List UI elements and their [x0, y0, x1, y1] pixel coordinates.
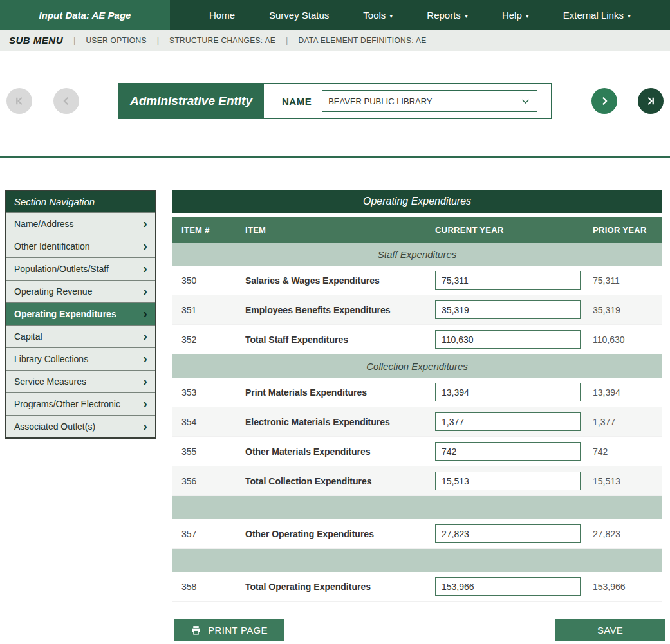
section-navigation-items: Name/Address›Other Identification›Popula…: [6, 212, 155, 437]
sub-menu-title: SUB MENU: [9, 35, 63, 46]
submenu-item-structure-changes-ae[interactable]: STRUCTURE CHANGES: AE: [169, 36, 275, 45]
print-page-label: PRINT PAGE: [208, 625, 267, 636]
current-year-input-358[interactable]: [435, 577, 581, 596]
dropdown-caret-icon: ▾: [465, 12, 468, 19]
section-navigation: Section Navigation Name/Address›Other Id…: [5, 190, 156, 439]
nav-item-home[interactable]: Home: [209, 10, 235, 21]
first-record-icon: [14, 95, 25, 107]
item-label: Other Materials Expenditures: [236, 446, 426, 457]
table-row-352: 352Total Staff Expenditures110,630: [172, 325, 662, 354]
save-label: SAVE: [597, 625, 623, 636]
nav-item-survey-status[interactable]: Survey Status: [269, 10, 329, 21]
table-row-358: 358Total Operating Expenditures153,966: [172, 572, 662, 602]
previous-record-button[interactable]: [53, 88, 79, 114]
column-current-year: CURRENT YEAR: [426, 225, 584, 235]
sidebar-item-programs-other-electronic[interactable]: Programs/Other Electronic›: [6, 392, 155, 415]
last-record-icon: [645, 95, 656, 107]
section-header-collection-expenditures: Collection Expenditures: [172, 354, 662, 378]
sidebar-item-other-identification[interactable]: Other Identification›: [6, 235, 155, 257]
entity-name-selected-value: BEAVER PUBLIC LIBRARY: [328, 97, 432, 106]
current-year-input-357[interactable]: [435, 524, 581, 543]
chevron-right-icon: ›: [143, 239, 147, 252]
item-number: 357: [172, 529, 236, 539]
sidebar-item-label: Operating Expenditures: [14, 309, 116, 319]
prior-year-value: 35,319: [584, 305, 662, 315]
current-year-input-353[interactable]: [435, 383, 581, 401]
current-year-cell: [426, 330, 584, 349]
table-row-353: 353Print Materials Expenditures13,394: [172, 378, 662, 407]
nav-item-label: Tools: [363, 10, 386, 21]
sub-menu-items: |USER OPTIONS|STRUCTURE CHANGES: AE|DATA…: [73, 35, 427, 45]
chevron-right-icon: ›: [143, 352, 147, 365]
table-row-357: 357Other Operating Expenditures27,823: [172, 519, 662, 549]
table-row-351: 351Employees Benefits Expenditures35,319: [172, 295, 662, 325]
table-body: Staff Expenditures350Salaries & Wages Ex…: [172, 243, 662, 602]
item-label: Salaries & Wages Expenditures: [236, 275, 426, 286]
sidebar-item-label: Population/Outlets/Staff: [14, 264, 109, 274]
nav-item-help[interactable]: Help▾: [502, 10, 529, 21]
operating-expenditures-panel: Operating Expenditures ITEM # ITEM CURRE…: [172, 190, 662, 602]
current-year-cell: [426, 412, 584, 431]
current-year-cell: [426, 524, 584, 543]
submenu-item-user-options[interactable]: USER OPTIONS: [86, 36, 146, 45]
submenu-item-data-element-definitions-ae[interactable]: DATA ELEMENT DEFINITIONS: AE: [298, 36, 426, 45]
item-label: Electronic Materials Expenditures: [236, 417, 426, 427]
chevron-right-icon: ›: [143, 284, 147, 297]
prior-year-value: 110,630: [584, 335, 662, 345]
current-year-cell: [426, 271, 584, 290]
current-year-input-356[interactable]: [435, 472, 581, 490]
item-label: Total Staff Expenditures: [236, 335, 426, 345]
table-column-header: ITEM # ITEM CURRENT YEAR PRIOR YEAR: [172, 217, 662, 243]
sidebar-item-library-collections[interactable]: Library Collections›: [6, 347, 155, 370]
current-year-cell: [426, 577, 584, 596]
sidebar-item-population-outlets-staff[interactable]: Population/Outlets/Staff›: [6, 257, 155, 280]
nav-item-label: Survey Status: [269, 10, 329, 21]
sidebar-item-label: Service Measures: [14, 376, 86, 387]
section-navigation-title: Section Navigation: [6, 191, 155, 212]
sidebar-item-label: Other Identification: [14, 241, 90, 252]
panel-title: Operating Expenditures: [172, 190, 662, 213]
section-header-staff-expenditures: Staff Expenditures: [172, 243, 662, 266]
nav-item-external-links[interactable]: External Links▾: [563, 10, 631, 21]
sidebar-item-name-address[interactable]: Name/Address›: [6, 212, 155, 235]
column-item-number: ITEM #: [172, 225, 236, 235]
current-year-cell: [426, 472, 584, 490]
first-record-button[interactable]: [6, 88, 32, 114]
next-record-button[interactable]: [591, 88, 617, 114]
current-year-input-351[interactable]: [435, 300, 581, 319]
print-page-button[interactable]: PRINT PAGE: [174, 619, 284, 641]
item-number: 352: [172, 335, 236, 345]
current-year-cell: [426, 383, 584, 401]
current-year-cell: [426, 442, 584, 461]
nav-item-reports[interactable]: Reports▾: [427, 10, 468, 21]
section-spacer: [172, 496, 662, 519]
sidebar-item-operating-revenue[interactable]: Operating Revenue›: [6, 280, 155, 302]
entity-name-select[interactable]: BEAVER PUBLIC LIBRARY: [322, 90, 537, 112]
chevron-right-icon: [599, 95, 610, 107]
sidebar-item-operating-expenditures[interactable]: Operating Expenditures›: [6, 302, 155, 325]
column-item: ITEM: [236, 225, 426, 235]
entity-selector-box: Administrative Entity NAME BEAVER PUBLIC…: [118, 83, 552, 119]
current-year-input-350[interactable]: [435, 271, 581, 290]
current-year-input-354[interactable]: [435, 412, 581, 431]
page: Input Data: AE Page HomeSurvey StatusToo…: [0, 0, 670, 641]
tab-input-data-ae-page[interactable]: Input Data: AE Page: [0, 0, 170, 30]
save-button[interactable]: SAVE: [555, 619, 665, 641]
last-record-button[interactable]: [638, 88, 664, 114]
sidebar-item-capital[interactable]: Capital›: [6, 325, 155, 347]
prior-year-value: 742: [584, 446, 662, 457]
nav-item-label: Home: [209, 10, 235, 21]
sidebar-item-associated-outlet-s[interactable]: Associated Outlet(s)›: [6, 415, 155, 437]
item-number: 358: [172, 582, 236, 592]
sidebar-item-label: Capital: [14, 331, 42, 342]
nav-item-tools[interactable]: Tools▾: [363, 10, 393, 21]
entity-nav-row: Administrative Entity NAME BEAVER PUBLIC…: [6, 82, 670, 120]
item-label: Print Materials Expenditures: [236, 387, 426, 398]
chevron-right-icon: ›: [143, 419, 147, 432]
entity-type-label: Administrative Entity: [118, 84, 264, 118]
current-year-input-352[interactable]: [435, 330, 581, 349]
sidebar-item-label: Name/Address: [14, 219, 74, 229]
current-year-input-355[interactable]: [435, 442, 581, 461]
sidebar-item-service-measures[interactable]: Service Measures›: [6, 370, 155, 392]
chevron-right-icon: ›: [143, 397, 147, 410]
